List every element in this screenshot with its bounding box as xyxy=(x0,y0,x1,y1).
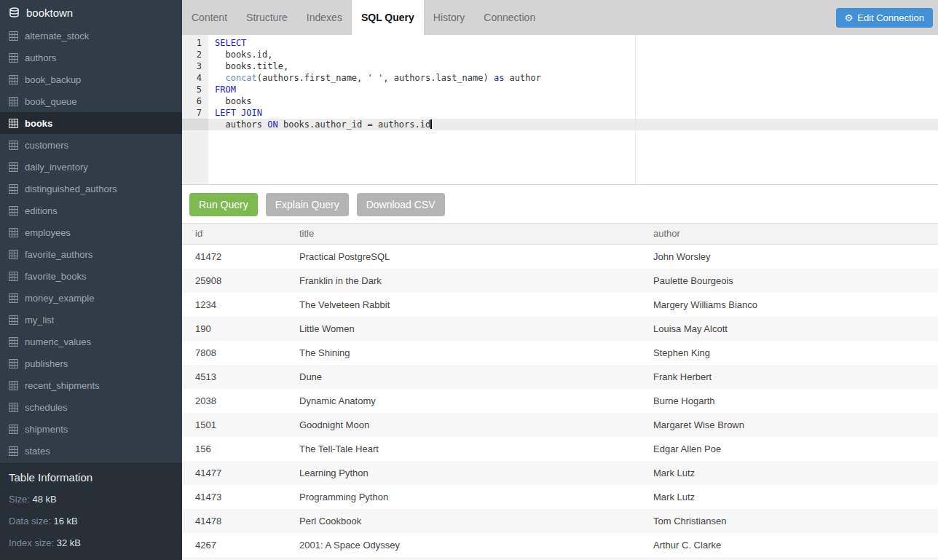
sql-text: author xyxy=(504,73,541,83)
tab-content[interactable]: Content xyxy=(182,0,237,35)
sidebar-table-label: editions xyxy=(25,205,58,216)
table-row: 190 Little Women Louisa May Alcott xyxy=(182,317,938,341)
cell-author: Mark Lutz xyxy=(640,485,938,509)
cell-id: 4513 xyxy=(182,365,286,389)
sidebar-item-distinguished-authors[interactable]: distinguished_authors xyxy=(0,178,182,200)
database-name: booktown xyxy=(26,7,73,19)
sql-text: authors xyxy=(215,119,267,130)
sidebar-item-shipments[interactable]: shipments xyxy=(0,418,182,440)
cell-title: Perl Cookbook xyxy=(286,509,640,533)
sidebar-item-money-example[interactable]: money_example xyxy=(0,287,182,309)
sidebar-item-schedules[interactable]: schedules xyxy=(0,396,182,418)
table-icon xyxy=(9,228,18,237)
sidebar-item-recent-shipments[interactable]: recent_shipments xyxy=(0,374,182,396)
sql-editor[interactable]: 12345678 SELECT books.id, books.title, c… xyxy=(182,35,938,185)
cell-title: The Velveteen Rabbit xyxy=(286,293,640,317)
tab-structure[interactable]: Structure xyxy=(237,0,297,35)
cell-id: 4267 xyxy=(182,533,286,557)
sidebar-table-label: authors xyxy=(25,52,56,63)
sidebar-item-customers[interactable]: customers xyxy=(0,134,182,156)
tab-connection[interactable]: Connection xyxy=(474,0,545,35)
sidebar-item-book-queue[interactable]: book_queue xyxy=(0,90,182,112)
cell-author: Arthur C. Clarke xyxy=(640,533,938,557)
edit-connection-button[interactable]: ⚙ Edit Connection xyxy=(836,8,933,28)
table-row: 4513 Dune Frank Herbert xyxy=(182,365,938,389)
tab-indexes[interactable]: Indexes xyxy=(297,0,352,35)
sidebar-table-label: employees xyxy=(25,227,71,238)
sidebar-item-favorite-books[interactable]: favorite_books xyxy=(0,265,182,287)
table-icon xyxy=(9,425,18,434)
sidebar-table-label: my_list xyxy=(25,315,54,326)
results-header-row: id title author xyxy=(182,223,938,245)
cell-title: Franklin in the Dark xyxy=(286,269,640,293)
run-query-button[interactable]: Run Query xyxy=(189,193,258,216)
table-info-rows: Size: 48 kBData size: 16 kBIndex size: 3… xyxy=(9,489,173,560)
sidebar-item-states[interactable]: states xyxy=(0,440,182,462)
sidebar-item-my-list[interactable]: my_list xyxy=(0,309,182,331)
table-icon xyxy=(9,162,18,172)
sidebar-item-editions[interactable]: editions xyxy=(0,200,182,221)
cell-id: 1234 xyxy=(182,293,286,317)
table-row: 25908 Franklin in the Dark Paulette Bour… xyxy=(182,269,938,293)
editor-gutter: 12345678 xyxy=(182,35,208,184)
cell-title: Goodnight Moon xyxy=(286,413,640,437)
tab-history[interactable]: History xyxy=(424,0,475,35)
tab-sql-query[interactable]: SQL Query xyxy=(352,0,424,35)
sql-function: concat xyxy=(225,73,256,83)
table-icon xyxy=(9,337,18,347)
sidebar-table-label: distinguished_authors xyxy=(25,184,117,194)
cell-author: Edgar Allen Poe xyxy=(640,437,938,461)
sidebar-item-numeric-values[interactable]: numeric_values xyxy=(0,331,182,352)
sql-keyword: FROM xyxy=(215,84,236,95)
explain-query-button[interactable]: Explain Query xyxy=(266,193,349,216)
table-info-label: Size: xyxy=(9,494,30,505)
sidebar-item-books[interactable]: books xyxy=(0,112,182,134)
sql-text xyxy=(215,73,225,83)
code-line: authors ON books.author_id = authors.id xyxy=(215,119,938,130)
sql-keyword: LEFT JOIN xyxy=(215,108,262,118)
cell-id: 2038 xyxy=(182,389,286,413)
table-icon xyxy=(9,97,18,106)
sidebar-item-favorite-authors[interactable]: favorite_authors xyxy=(0,243,182,265)
code-line: books.title, xyxy=(215,60,938,72)
table-info-title: Table Information xyxy=(9,471,173,484)
sql-text: , authors.last_name) xyxy=(383,73,494,83)
table-info-value: 16 kB xyxy=(53,516,77,527)
tab-bar: ContentStructureIndexesSQL QueryHistoryC… xyxy=(182,0,938,35)
code-line: books xyxy=(215,95,938,107)
table-icon xyxy=(9,315,18,325)
cell-author: Louisa May Alcott xyxy=(640,317,938,341)
sql-keyword: SELECT xyxy=(215,38,246,48)
table-icon xyxy=(9,141,18,150)
editor-gutter-active-cell xyxy=(182,119,208,130)
cell-author: Frank Herbert xyxy=(640,365,938,389)
sql-text: books.id, xyxy=(215,50,272,60)
sidebar-item-employees[interactable]: employees xyxy=(0,221,182,243)
sidebar-item-authors[interactable]: authors xyxy=(0,47,182,68)
table-icon xyxy=(9,206,18,216)
table-info-row: Size: 48 kB xyxy=(9,489,173,510)
sidebar-item-publishers[interactable]: publishers xyxy=(0,352,182,374)
table-info-value: 32 kB xyxy=(57,537,81,548)
cell-author: Margaret Wise Brown xyxy=(640,413,938,437)
sidebar-table-label: favorite_books xyxy=(25,271,87,282)
sql-text: (authors.first_name, xyxy=(257,73,368,83)
download-csv-button[interactable]: Download CSV xyxy=(357,193,445,216)
table-icon xyxy=(9,403,18,412)
cell-title: The Tell-Tale Heart xyxy=(286,437,640,461)
sidebar-item-book-backup[interactable]: book_backup xyxy=(0,68,182,90)
sidebar-table-label: customers xyxy=(25,140,68,151)
pgweb-app: booktown alternate_stock authors book_ba… xyxy=(0,0,938,560)
cell-title: The Shining xyxy=(286,341,640,365)
sidebar-item-daily-inventory[interactable]: daily_inventory xyxy=(0,156,182,178)
table-row: 156 The Tell-Tale Heart Edgar Allen Poe xyxy=(182,437,938,461)
cell-id: 156 xyxy=(182,437,286,461)
sidebar-item-alternate-stock[interactable]: alternate_stock xyxy=(0,25,182,47)
sql-text: books.title, xyxy=(215,61,288,71)
sql-text: books xyxy=(215,96,252,106)
line-number: 6 xyxy=(182,95,208,107)
database-header: booktown xyxy=(0,0,182,25)
table-icon xyxy=(9,119,18,128)
table-icon xyxy=(9,75,18,84)
cell-author: Stephen King xyxy=(640,341,938,365)
